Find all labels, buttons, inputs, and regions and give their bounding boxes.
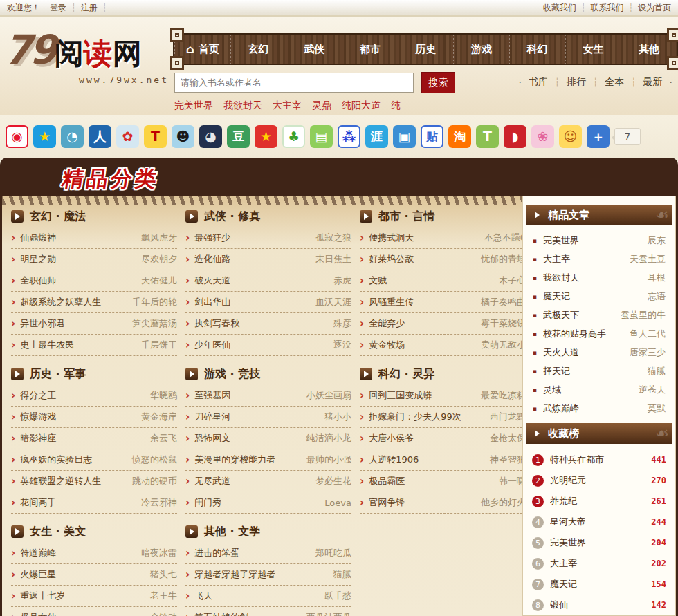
hot-link[interactable]: 我欲封天 <box>223 100 262 112</box>
book-link[interactable]: 美漫里的穿梭能力者 <box>194 454 302 466</box>
tieba-icon[interactable]: 贴 <box>421 125 443 148</box>
book-link[interactable]: 符道巅峰 <box>20 547 137 559</box>
nav-xuanhuan[interactable]: 玄幻 <box>230 35 286 64</box>
book-link[interactable]: 大唐小侯爷 <box>369 432 486 445</box>
renren-icon[interactable]: 人 <box>89 125 111 148</box>
hot-link[interactable]: 完美世界 <box>174 100 213 112</box>
favorite-us-link[interactable]: 收藏我们 <box>543 2 576 14</box>
taobao-icon[interactable]: 淘 <box>448 125 471 148</box>
book-link[interactable]: 恐怖网文 <box>194 432 302 445</box>
baidu-star-icon[interactable]: ★ <box>255 125 277 148</box>
hot-link[interactable]: 大主宰 <box>273 100 302 112</box>
book-link[interactable]: 风骚重生传 <box>369 296 477 308</box>
sina-weibo-icon[interactable]: ◉ <box>6 125 28 148</box>
featured-link[interactable]: 天火大道 <box>543 346 630 359</box>
book-link[interactable]: 大逆转1906 <box>369 454 486 466</box>
book-link[interactable]: 至强基因 <box>194 389 302 402</box>
featured-link[interactable]: 武极天下 <box>543 309 621 321</box>
qzone-icon[interactable]: ★ <box>33 125 56 148</box>
book-link[interactable]: 超级系统之妖孽人生 <box>20 296 128 308</box>
book-link[interactable]: 官网争锋 <box>369 496 477 509</box>
rank-link[interactable]: 莽荒纪 <box>550 495 651 507</box>
book-link[interactable]: 第五姑娘的剑 <box>194 611 302 616</box>
book-link[interactable]: 造化仙路 <box>194 253 311 265</box>
set-homepage-link[interactable]: 设为首页 <box>638 2 671 14</box>
book-link[interactable]: 极品霸医 <box>369 475 495 487</box>
rank-link[interactable]: 特种兵在都市 <box>550 454 651 466</box>
library-link[interactable]: 书库 <box>522 76 555 88</box>
rank-link[interactable]: 排行 <box>560 76 593 88</box>
douban-icon[interactable]: 豆 <box>227 125 250 148</box>
tuita-icon[interactable]: ▣ <box>393 125 416 148</box>
book-link[interactable]: 全能弃少 <box>369 317 477 330</box>
hot-link[interactable]: 纯 <box>391 100 401 112</box>
pengyou-icon[interactable]: T <box>476 125 499 148</box>
featured-link[interactable]: 完美世界 <box>543 234 648 247</box>
book-link[interactable]: 暗影神座 <box>20 432 146 445</box>
book-link[interactable]: 穿越者穿越了穿越者 <box>194 568 329 581</box>
rank-link[interactable]: 完美世界 <box>550 536 651 549</box>
share-more-plus-icon[interactable]: ＋ <box>587 125 610 148</box>
featured-link[interactable]: 校花的贴身高手 <box>543 328 630 340</box>
book-link[interactable]: 黄金牧场 <box>369 339 477 351</box>
book-link[interactable]: 好莱坞公敌 <box>369 253 477 265</box>
featured-link[interactable]: 武炼巅峰 <box>543 402 648 415</box>
book-link[interactable]: 飞天 <box>194 590 320 602</box>
book-link[interactable]: 文贼 <box>369 274 495 287</box>
rank-link[interactable]: 大主宰 <box>550 557 651 570</box>
book-link[interactable]: 花间高手 <box>20 496 137 509</box>
book-link[interactable]: 进击的笨蛋 <box>194 547 311 559</box>
mailu-icon[interactable]: ▤ <box>310 125 333 148</box>
baidu-bubble-icon[interactable]: ◔ <box>61 125 84 148</box>
book-link[interactable]: 极品女仙 <box>20 611 146 616</box>
nav-lishi[interactable]: 历史 <box>398 35 454 64</box>
duck-share-icon[interactable]: ☺ <box>559 125 582 148</box>
tencent-weibo-icon[interactable]: T <box>144 125 167 148</box>
renmin-weibo-icon[interactable]: ◗ <box>504 125 526 148</box>
book-link[interactable]: 英雄联盟之逆转人生 <box>20 475 128 487</box>
search-input[interactable] <box>174 73 414 93</box>
book-link[interactable]: 无尽武道 <box>194 475 311 487</box>
featured-link[interactable]: 我欲封天 <box>543 272 648 284</box>
book-link[interactable]: 拒嫁豪门：少夫人99次 <box>369 411 486 423</box>
nav-kehuan[interactable]: 科幻 <box>509 35 565 64</box>
nav-nvsheng[interactable]: 女生 <box>565 35 621 64</box>
site-logo[interactable]: 79阅读网 www.79wx.net <box>4 26 169 85</box>
book-link[interactable]: 便携式洞天 <box>369 232 480 244</box>
hot-link[interactable]: 纯阳大道 <box>342 100 381 112</box>
complete-link[interactable]: 全本 <box>598 76 631 88</box>
nav-youxi[interactable]: 游戏 <box>453 35 509 64</box>
featured-link[interactable]: 灵域 <box>543 384 639 396</box>
featured-link[interactable]: 择天记 <box>543 365 648 377</box>
book-link[interactable]: 回到三国变成蟒 <box>369 389 477 402</box>
flower-share-icon[interactable]: ❀ <box>531 125 554 148</box>
sohu-weibo-icon[interactable]: ◕ <box>199 125 222 148</box>
book-link[interactable]: 惊爆游戏 <box>20 411 137 423</box>
book-link[interactable]: 全职仙师 <box>20 274 137 287</box>
book-link[interactable]: 最强狂少 <box>194 232 311 244</box>
rank-link[interactable]: 光明纪元 <box>550 474 651 487</box>
book-link[interactable]: 疯巫妖的实验日志 <box>20 454 128 466</box>
book-link[interactable]: 刀碎星河 <box>194 411 320 423</box>
tianya-icon[interactable]: 涯 <box>365 125 388 148</box>
contact-us-link[interactable]: 联系我们 <box>590 2 623 14</box>
book-link[interactable]: 明星之勋 <box>20 253 137 265</box>
register-link[interactable]: 注册 <box>81 2 98 14</box>
book-link[interactable]: 闺门秀 <box>194 496 320 509</box>
book-link[interactable]: 仙鼎煅神 <box>20 232 137 244</box>
book-link[interactable]: 火爆巨星 <box>20 568 146 581</box>
featured-link[interactable]: 魔天记 <box>543 290 648 303</box>
book-link[interactable]: 剑出华山 <box>194 296 311 308</box>
book-link[interactable]: 异世小邪君 <box>20 317 128 330</box>
search-button[interactable]: 搜索 <box>421 72 455 93</box>
featured-link[interactable]: 大主宰 <box>543 253 630 265</box>
hot-link[interactable]: 灵鼎 <box>312 100 331 112</box>
nav-wuxia[interactable]: 武侠 <box>286 35 342 64</box>
rank-link[interactable]: 星河大帝 <box>550 516 651 528</box>
fanfou-icon[interactable]: ✿ <box>116 125 139 148</box>
rank-link[interactable]: 锻仙 <box>550 599 651 611</box>
qq-icon[interactable]: ☻ <box>172 125 194 148</box>
book-link[interactable]: 史上最牛农民 <box>20 339 137 351</box>
book-link[interactable]: 破灭天道 <box>194 274 329 287</box>
kaixin-clover-icon[interactable]: ♣ <box>282 125 305 148</box>
